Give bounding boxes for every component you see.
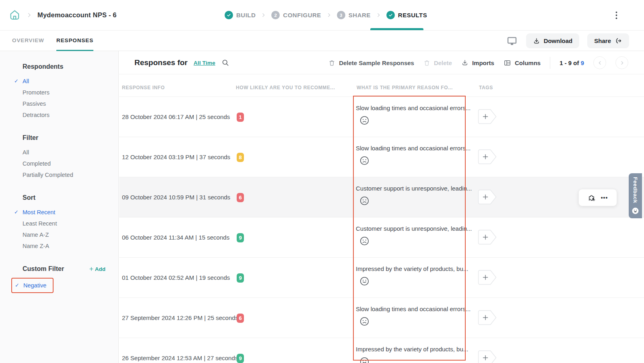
response-row[interactable]: 09 October 2024 10:59 PM | 31 seconds6Cu…	[119, 177, 644, 217]
sidebar-item-partially-completed[interactable]: Partially Completed	[23, 169, 73, 180]
more-menu-button[interactable]	[613, 11, 619, 20]
imports-button[interactable]: Imports	[461, 59, 494, 66]
home-button[interactable]	[8, 9, 21, 22]
nps-score-badge: 1	[237, 113, 244, 122]
nps-score-badge: 6	[237, 314, 244, 323]
puzzle-plus-icon[interactable]	[588, 193, 596, 202]
preview-button[interactable]	[507, 36, 517, 46]
row-more-button[interactable]: •••	[601, 195, 608, 201]
reason-text: Impressed by the variety of products, bu…	[356, 265, 468, 272]
sidebar-section-sort: Sort✓Most RecentLeast RecentName A-ZName…	[0, 194, 118, 252]
add-tag-button[interactable]	[478, 109, 497, 124]
download-label: Download	[544, 37, 573, 44]
step-results[interactable]: RESULTS	[386, 11, 427, 19]
response-row[interactable]: 28 October 2024 06:17 AM | 25 seconds1Sl…	[119, 97, 644, 137]
delete-label: Delete	[434, 59, 452, 66]
response-row[interactable]: 01 October 2024 02:52 AM | 19 seconds9Im…	[119, 258, 644, 298]
reason-text: Customer support is unresponsive, leadin…	[356, 225, 472, 232]
sidebar-item-passives[interactable]: Passives	[23, 98, 46, 109]
results-step-underline	[370, 28, 423, 30]
sidebar-item-detractors[interactable]: Detractors	[23, 109, 50, 121]
add-tag-button[interactable]	[478, 230, 497, 245]
nps-score-badge: 6	[237, 193, 244, 202]
step-label: BUILD	[236, 12, 256, 18]
top-header: Mydemoaccount NPS - 6 BUILD2CONFIGURE3SH…	[0, 0, 644, 31]
plus-icon	[89, 267, 94, 271]
sidebar-item-all[interactable]: All	[23, 147, 29, 158]
add-tag-button[interactable]	[478, 310, 497, 325]
toolbar-divider	[550, 57, 550, 69]
check-circle-icon	[386, 11, 395, 19]
search-button[interactable]	[221, 59, 229, 67]
responses-toolbar: Responses for All Time Delete Sample Res…	[119, 51, 644, 74]
tab-bar: OVERVIEW RESPONSES Download Share	[0, 31, 644, 51]
delete-sample-responses-button[interactable]: Delete Sample Responses	[328, 59, 414, 66]
sidebar-item-label: Passives	[23, 100, 46, 107]
tab-overview[interactable]: OVERVIEW	[12, 31, 44, 51]
nps-score-badge: 9	[237, 354, 244, 363]
sidebar-item-label: Detractors	[23, 112, 50, 118]
reason-text: Slow loading times and occasional errors…	[356, 105, 471, 111]
feedback-tab[interactable]: Feedback	[629, 173, 642, 218]
add-tag-button[interactable]	[478, 149, 497, 164]
trash-icon	[328, 59, 335, 66]
previous-page-button[interactable]	[593, 56, 606, 69]
chevron-right-icon	[619, 60, 625, 66]
check-icon: ✓	[14, 209, 19, 216]
add-tag-button[interactable]	[478, 189, 497, 205]
add-tag-button[interactable]	[478, 270, 497, 285]
step-configure[interactable]: 2CONFIGURE	[271, 11, 321, 19]
filters-sidebar: Respondents✓AllPromotersPassivesDetracto…	[0, 51, 119, 363]
reason-text: Slow loading times and occasional errors…	[356, 145, 471, 152]
survey-title: Mydemoaccount NPS - 6	[37, 11, 117, 19]
step-label: RESULTS	[398, 12, 427, 18]
delete-sample-label: Delete Sample Responses	[339, 59, 414, 66]
responses-for-title: Responses for	[134, 58, 188, 67]
delete-button[interactable]: Delete	[423, 59, 452, 66]
sidebar-item-negative[interactable]: ✓Negative	[11, 278, 54, 293]
sad-face-icon	[359, 236, 369, 246]
response-info-text: 06 October 2024 11:34 AM | 15 seconds	[122, 217, 229, 257]
share-label: Share	[594, 37, 611, 44]
chevron-right-icon	[326, 12, 332, 18]
download-button[interactable]: Download	[526, 33, 580, 48]
section-title: Sort	[23, 194, 35, 201]
reason-text: Impressed by the variety of products, bu…	[356, 346, 468, 353]
next-page-button[interactable]	[615, 56, 628, 69]
time-filter-link[interactable]: All Time	[194, 60, 215, 66]
row-actions-card: •••	[578, 189, 617, 206]
share-icon	[615, 37, 622, 45]
sidebar-item-least-recent[interactable]: Least Recent	[23, 218, 57, 229]
sidebar-item-promoters[interactable]: Promoters	[23, 87, 50, 98]
import-icon	[461, 59, 469, 66]
step-build[interactable]: BUILD	[225, 11, 256, 19]
step-share[interactable]: 3SHARE	[337, 11, 371, 19]
response-row[interactable]: 12 October 2024 03:19 PM | 37 seconds8Sl…	[119, 137, 644, 177]
sidebar-item-label: Name Z-A	[23, 243, 49, 249]
breadcrumb-chevron-icon	[26, 12, 32, 18]
nps-score-badge: 9	[237, 273, 244, 283]
add-tag-button[interactable]	[478, 350, 497, 363]
tab-responses[interactable]: RESPONSES	[56, 31, 93, 51]
chevron-left-icon	[597, 60, 603, 66]
sidebar-item-all[interactable]: ✓All	[23, 76, 29, 87]
columns-button[interactable]: Columns	[504, 59, 541, 67]
sidebar-item-most-recent[interactable]: ✓Most Recent	[23, 207, 55, 218]
reason-text: Slow loading times and occasional errors…	[356, 306, 471, 312]
sad-face-icon	[359, 115, 369, 125]
sad-face-icon	[359, 316, 369, 326]
home-icon	[8, 9, 21, 21]
kebab-icon	[615, 11, 617, 19]
response-row[interactable]: 26 September 2024 12:53 AM | 27 seconds9…	[119, 338, 644, 363]
sidebar-item-name-a-z[interactable]: Name A-Z	[23, 229, 49, 240]
share-button[interactable]: Share	[587, 33, 629, 48]
sidebar-item-completed[interactable]: Completed	[23, 158, 51, 169]
add-custom-filter-button[interactable]: Add	[89, 266, 105, 272]
step-number-badge: 2	[271, 11, 280, 19]
download-icon	[533, 37, 540, 45]
response-row[interactable]: 06 October 2024 11:34 AM | 15 seconds9Cu…	[119, 217, 644, 258]
response-row[interactable]: 27 September 2024 12:26 PM | 25 seconds6…	[119, 298, 644, 338]
sidebar-item-label: Name A-Z	[23, 232, 49, 238]
sidebar-item-name-z-a[interactable]: Name Z-A	[23, 240, 49, 252]
sidebar-section-respondents: Respondents✓AllPromotersPassivesDetracto…	[0, 63, 118, 121]
